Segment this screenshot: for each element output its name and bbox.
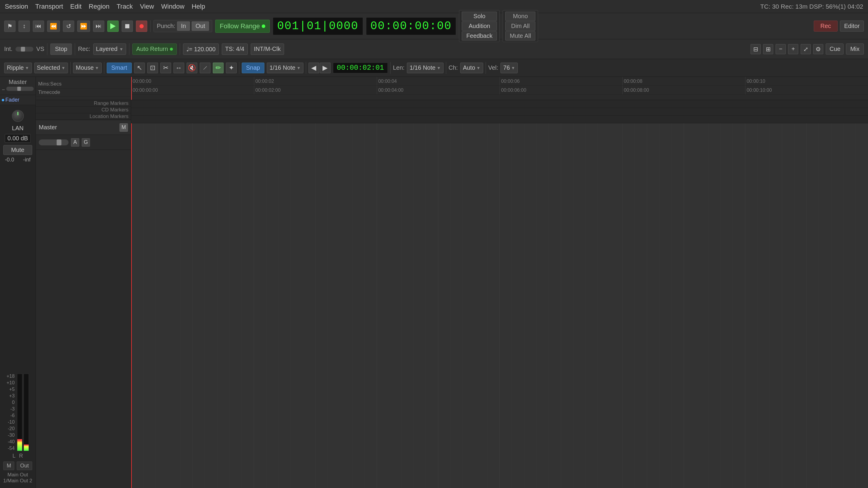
out-btn[interactable]: Out xyxy=(17,461,32,470)
snap-btn[interactable]: Snap xyxy=(242,63,265,73)
selected-arrow: ▼ xyxy=(61,66,65,70)
editor-top-btn[interactable]: Editor xyxy=(840,21,864,32)
separator-tb1 xyxy=(70,62,71,74)
output-label: Main Out 1/Main Out 2 xyxy=(2,471,34,485)
stop-btn[interactable] xyxy=(122,21,133,32)
rec-mode-dropdown[interactable]: Layered ▼ xyxy=(93,43,126,55)
len-dropdown[interactable]: 1/16 Note ▼ xyxy=(407,63,443,73)
zoom-out-h-btn[interactable]: ⊟ xyxy=(750,44,761,54)
tick-4s: 00:00:04 xyxy=(377,77,397,86)
cue-btn[interactable]: Cue xyxy=(826,43,843,55)
solo-btn[interactable]: Solo xyxy=(462,11,497,21)
mouse-dropdown[interactable]: Mouse ▼ xyxy=(73,63,102,73)
selected-dropdown[interactable]: Selected ▼ xyxy=(34,63,68,73)
channel-strip: LAN 0.00 dB Mute -0.0 -inf +18 +10 +5 +3… xyxy=(0,105,35,488)
settings-btn[interactable]: ⚙ xyxy=(813,44,823,54)
track-content-area[interactable] xyxy=(131,123,868,488)
dim-all-btn[interactable]: Dim All xyxy=(505,22,535,31)
play-btn[interactable] xyxy=(107,21,119,32)
prev-next-btns: ◀ ▶ xyxy=(309,63,331,73)
menu-help[interactable]: Help xyxy=(192,3,205,10)
menu-session[interactable]: Session xyxy=(5,3,28,10)
mins-secs-timeline-row: 00:00:00 00:00:02 00:00:04 00:00:06 00:0… xyxy=(131,77,868,86)
timecode-display[interactable]: 001|01|0000 xyxy=(273,17,363,35)
time-display[interactable]: 00:00:00:00 xyxy=(366,17,456,35)
ruler-area: 00:00:00 00:00:02 00:00:04 00:00:06 00:0… xyxy=(131,77,868,100)
zoom-in-v-btn[interactable]: + xyxy=(788,44,798,54)
tempo-display[interactable]: ♩= 120.000 xyxy=(183,43,219,55)
position-display[interactable]: 00:00:02:01 xyxy=(333,63,388,73)
skip-back-btn[interactable]: ⏮ xyxy=(33,21,44,32)
tool-mute-btn[interactable]: 🔇 xyxy=(187,63,197,73)
stop-btn2[interactable]: Stop xyxy=(51,43,71,55)
mono-btn[interactable]: Mono xyxy=(505,11,535,21)
separator-4 xyxy=(129,43,129,55)
master-g-btn[interactable]: G xyxy=(82,138,90,147)
master-track: Master M xyxy=(36,120,131,135)
snap-grid-dropdown[interactable]: 1/16 Note ▼ xyxy=(267,63,304,73)
next-btn[interactable]: ▶ xyxy=(320,63,331,73)
master-a-btn[interactable]: A xyxy=(71,138,79,147)
tc-tick-4s: 00:00:04:00 xyxy=(377,86,404,94)
mute-btn[interactable]: Mute xyxy=(3,145,32,155)
zoom-in-h-btn[interactable]: ⊞ xyxy=(763,44,773,54)
punch-out-btn[interactable]: Out xyxy=(192,22,209,31)
menu-edit[interactable]: Edit xyxy=(70,3,82,10)
tool-fade-btn[interactable]: ⟋ xyxy=(200,63,211,73)
punch-in-btn[interactable]: In xyxy=(177,22,190,31)
ch-dropdown[interactable]: Auto ▼ xyxy=(460,63,483,73)
separator-tb5 xyxy=(390,62,391,74)
mute-all-btn[interactable]: Mute All xyxy=(505,31,535,40)
rec-top-btn[interactable]: Rec xyxy=(814,21,838,32)
loop-btn[interactable]: ↺ xyxy=(63,21,74,32)
pan-knob[interactable] xyxy=(12,110,24,122)
separator-3 xyxy=(75,43,75,55)
master-section-label: Master xyxy=(2,79,34,86)
tool-free-btn[interactable]: ✦ xyxy=(226,63,237,73)
zoom-out-v-btn[interactable]: − xyxy=(776,44,786,54)
skip-fwd-btn[interactable]: ⏭ xyxy=(93,21,104,32)
separator-1 xyxy=(150,20,151,32)
range-markers-timeline xyxy=(131,100,868,108)
punch-points-btn[interactable]: ⚑ xyxy=(4,21,16,32)
timecode-row: Timecode xyxy=(36,89,131,97)
int-slider[interactable] xyxy=(16,47,33,52)
tool-stretch-btn[interactable]: ↔ xyxy=(174,63,184,73)
menu-track[interactable]: Track xyxy=(117,3,133,10)
auto-return-active-indicator xyxy=(170,48,173,51)
tool-range-btn[interactable]: ⊡ xyxy=(147,63,158,73)
smart-btn[interactable]: Smart xyxy=(107,63,131,73)
track-list: Mins:Secs Timecode Range Markers CD Mark… xyxy=(36,77,131,488)
ripple-dropdown[interactable]: Ripple ▼ xyxy=(4,63,32,73)
tool-select-btn[interactable]: ↖ xyxy=(134,63,145,73)
menu-window[interactable]: Window xyxy=(161,3,185,10)
stop-icon xyxy=(125,24,129,28)
menu-transport[interactable]: Transport xyxy=(35,3,63,10)
auto-return-btn[interactable]: Auto Return xyxy=(132,43,177,55)
prev-btn[interactable]: ◀ xyxy=(309,63,319,73)
clk-display[interactable]: INT/M-Clk xyxy=(251,43,284,55)
audition-btn[interactable]: Audition xyxy=(462,22,497,31)
mix-btn[interactable]: Mix xyxy=(846,43,864,55)
vel-display[interactable]: 76 ▼ xyxy=(500,63,518,73)
master-m-btn[interactable]: M xyxy=(120,123,128,132)
follow-range-btn[interactable]: Follow Range xyxy=(215,20,270,33)
menu-view[interactable]: View xyxy=(140,3,154,10)
ts-display[interactable]: TS: 4/4 xyxy=(222,43,247,55)
fit-btn[interactable]: ⤢ xyxy=(801,44,811,54)
rewind-btn[interactable]: ⏪ xyxy=(47,21,60,32)
meter-section: +18 +10 +5 +3 0 -3 -6 -10 -20 -30 -40 -5… xyxy=(5,164,30,452)
ffwd-btn[interactable]: ⏩ xyxy=(77,21,90,32)
mins-secs-row: Mins:Secs xyxy=(36,80,131,89)
tool-cut-btn[interactable]: ✂ xyxy=(160,63,171,73)
nudge-btn[interactable]: ↕ xyxy=(19,21,30,32)
content-grid xyxy=(131,123,868,488)
menu-region[interactable]: Region xyxy=(89,3,110,10)
punch-section: Punch: In Out xyxy=(154,20,212,32)
feedback-btn[interactable]: Feedback xyxy=(462,31,497,40)
tc-tick-0: 00:00:00:00 xyxy=(131,86,158,94)
tool-pencil-btn[interactable]: ✏ xyxy=(213,63,223,73)
record-btn[interactable] xyxy=(136,21,147,32)
master-fader[interactable] xyxy=(39,139,68,145)
m-out-btn[interactable]: M xyxy=(3,461,14,470)
